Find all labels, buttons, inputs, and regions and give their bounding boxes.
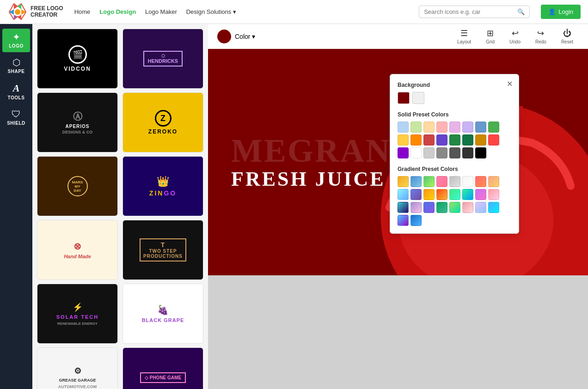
logo-card-solartech[interactable]: ⚡ SOLAR TECH RENEWABLE ENERGY [37, 284, 118, 344]
solid-color-7[interactable] [488, 122, 499, 133]
gradient-color-7[interactable] [488, 176, 499, 187]
nav-home[interactable]: Home [74, 8, 91, 15]
color-dropdown-arrow: ▾ [252, 33, 255, 40]
logo-card-vidcon[interactable]: 🎬 VIDCON [37, 29, 118, 89]
gradient-color-17[interactable] [410, 202, 422, 213]
gradient-color-18[interactable] [423, 202, 435, 213]
top-nav: FREE LOGO CREATOR Home Logo Design Logo … [0, 0, 588, 24]
solid-color-1[interactable] [410, 122, 422, 133]
solid-section-title: Solid Preset Colors [398, 111, 511, 118]
search-input[interactable] [424, 8, 514, 15]
solid-color-8[interactable] [398, 134, 409, 146]
logo-row-5: ⚡ SOLAR TECH RENEWABLE ENERGY 🍇 BLACK GR… [37, 284, 203, 344]
logo-card-mars[interactable]: MARSMYDAY [37, 156, 118, 216]
shape-icon: ⬡ [12, 58, 20, 67]
solid-color-5[interactable] [462, 122, 473, 133]
redo-icon: ↪ [537, 28, 544, 38]
logo-card-zeroko[interactable]: Z ZEROKO [122, 92, 203, 152]
gradient-color-15[interactable] [488, 189, 499, 200]
gradient-color-6[interactable] [475, 176, 486, 187]
logo-row-3: MARSMYDAY 👑 ZINGO [37, 156, 203, 216]
redo-button[interactable]: ↪ Redo [530, 26, 552, 46]
grid-button[interactable]: ⊞ Grid [480, 26, 500, 46]
solid-color-17[interactable] [410, 147, 422, 158]
gradient-color-8[interactable] [398, 189, 409, 200]
layout-button[interactable]: ☰ Layout [452, 26, 477, 46]
gradient-color-0[interactable] [398, 176, 409, 187]
nav-logo-design[interactable]: Logo Design [99, 8, 136, 15]
solid-color-10[interactable] [423, 134, 435, 146]
background-swatches [398, 92, 511, 104]
gradient-color-25[interactable] [410, 215, 422, 226]
solid-color-21[interactable] [462, 147, 473, 158]
gradient-color-23[interactable] [488, 202, 499, 213]
logo-grid-panel: 🎬 VIDCON ⬡ HENDRICKS Ⓐ APERIOS DES [32, 24, 208, 389]
sidebar-item-shield[interactable]: 🛡 SHIELD [2, 106, 30, 129]
solid-color-3[interactable] [436, 122, 447, 133]
gradient-color-2[interactable] [423, 176, 435, 187]
solid-color-6[interactable] [475, 122, 486, 133]
brand-logo[interactable]: FREE LOGO CREATOR [7, 2, 63, 22]
gradient-color-4[interactable] [449, 176, 460, 187]
logo-card-greasegate[interactable]: ⚙ GREASE GARAGE AUTOMOTIVE.COM [37, 347, 118, 389]
main-layout: ✦ LOGO ⬡ SHAPE A TOOLS 🛡 SHIELD 🎬 VIDCON [0, 24, 588, 389]
gradient-color-21[interactable] [462, 202, 473, 213]
logo-card-handmade[interactable]: ⊗ Hand Made [37, 220, 118, 280]
gradient-color-20[interactable] [449, 202, 460, 213]
search-icon: 🔍 [517, 8, 525, 15]
solid-color-16[interactable] [398, 147, 409, 158]
solid-color-2[interactable] [423, 122, 435, 133]
gradient-color-grid [398, 176, 511, 226]
solid-color-22[interactable] [475, 147, 486, 158]
undo-button[interactable]: ↩ Undo [504, 26, 526, 46]
gradient-color-16[interactable] [398, 202, 409, 213]
gradient-color-11[interactable] [436, 189, 447, 200]
solid-color-13[interactable] [462, 134, 473, 146]
logo-card-phonegame[interactable]: ◇ PHONE GAME [122, 347, 203, 389]
gradient-color-19[interactable] [436, 202, 447, 213]
logo-card-blackgrape[interactable]: 🍇 BLACK GRAPE [122, 284, 203, 344]
solid-color-14[interactable] [475, 134, 486, 146]
nav-logo-maker[interactable]: Logo Maker [145, 8, 177, 15]
solid-color-18[interactable] [423, 147, 435, 158]
gradient-color-13[interactable] [462, 189, 473, 200]
solid-color-11[interactable] [436, 134, 447, 146]
gradient-color-12[interactable] [449, 189, 460, 200]
gradient-color-24[interactable] [398, 215, 409, 226]
gradient-color-5[interactable] [462, 176, 473, 187]
sidebar-item-tools[interactable]: A TOOLS [2, 79, 30, 104]
gradient-section-title: Gradient Preset Colors [398, 166, 511, 172]
gradient-color-9[interactable] [410, 189, 422, 200]
sidebar-item-logo[interactable]: ✦ LOGO [2, 29, 30, 52]
logo-row-4: ⊗ Hand Made T TWO STEP PRODUCTIONS [37, 220, 203, 280]
solid-color-20[interactable] [449, 147, 460, 158]
gradient-color-3[interactable] [436, 176, 447, 187]
login-button[interactable]: 👤 Login [541, 5, 581, 19]
solid-color-15[interactable] [488, 134, 499, 146]
nav-design-solutions[interactable]: Design Solutions [186, 8, 236, 15]
bg-swatch-dark-red[interactable] [398, 92, 410, 104]
logo-card-aperios[interactable]: Ⓐ APERIOS DESIGNS & CO [37, 92, 118, 152]
solid-color-4[interactable] [449, 122, 460, 133]
color-dropdown-trigger[interactable]: Color ▾ [235, 33, 255, 40]
color-swatch[interactable] [217, 30, 231, 43]
logo-card-zingo[interactable]: 👑 ZINGO [122, 156, 203, 216]
gradient-color-14[interactable] [475, 189, 486, 200]
solid-color-9[interactable] [410, 134, 422, 146]
solid-color-12[interactable] [449, 134, 460, 146]
logo-icon: ✦ [12, 32, 20, 42]
sidebar-item-shape[interactable]: ⬡ SHAPE [2, 54, 30, 78]
logo-card-hendricks[interactable]: ⬡ HENDRICKS [122, 29, 203, 89]
color-picker-close[interactable]: ✕ [505, 79, 514, 88]
logo-card-twostep[interactable]: T TWO STEP PRODUCTIONS [122, 220, 203, 280]
gradient-color-1[interactable] [410, 176, 422, 187]
canvas-toolbar: Color ▾ ☰ Layout ⊞ Grid ↩ Undo ↪ Redo ⏻ [208, 24, 588, 49]
solid-color-0[interactable] [398, 122, 409, 133]
user-icon: 👤 [548, 8, 556, 15]
gradient-color-10[interactable] [423, 189, 435, 200]
solid-color-19[interactable] [436, 147, 447, 158]
bg-swatch-light[interactable] [412, 92, 424, 104]
gradient-color-22[interactable] [475, 202, 486, 213]
svg-point-1 [15, 9, 20, 15]
reset-button[interactable]: ⏻ Reset [556, 27, 579, 46]
